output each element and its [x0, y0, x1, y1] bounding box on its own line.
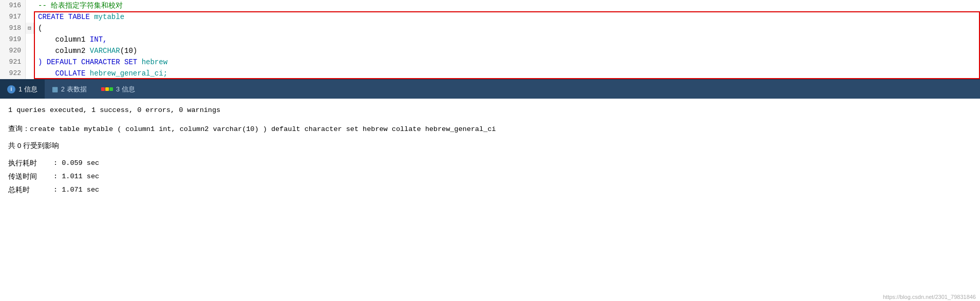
- code-line-917: 917 CREATE TABLE mytable: [0, 11, 980, 23]
- timing-transfer-label: 传送时间: [8, 170, 49, 183]
- timing-total: 总耗时 : 1.071 sec: [8, 183, 972, 197]
- tab-2-label: 2 表数据: [61, 85, 87, 94]
- result-summary: 1 queries executed, 1 success, 0 errors,…: [8, 104, 972, 117]
- code-line-922: 922 COLLATE hebrew_general_ci;: [0, 68, 980, 79]
- info-icon: i: [7, 85, 15, 93]
- code-editor: 916 -- 给表指定字符集和校对 917 CREATE TABLE mytab…: [0, 0, 980, 79]
- code-line-921: 921 ) DEFAULT CHARACTER SET hebrew: [0, 57, 980, 68]
- tab-3-label: 3 信息: [116, 85, 135, 94]
- code-content-916: -- 给表指定字符集和校对: [34, 0, 980, 11]
- warning-icon: [101, 87, 113, 91]
- line-number-918: 918: [0, 23, 26, 34]
- timing-transfer-value: : 1.011 sec: [53, 170, 99, 183]
- highlighted-block: 917 CREATE TABLE mytable 918 ⊟ ( 919 col…: [0, 11, 980, 79]
- line-number-920: 920: [0, 45, 26, 57]
- timing-section: 执行耗时 : 0.059 sec 传送时间 : 1.011 sec 总耗时 : …: [8, 157, 972, 197]
- timing-total-value: : 1.071 sec: [53, 183, 99, 197]
- timing-exec-label: 执行耗时: [8, 157, 49, 170]
- timing-transfer: 传送时间 : 1.011 sec: [8, 170, 972, 183]
- watermark: https://blog.csdn.net/2301_79831846: [883, 294, 976, 300]
- line-number-919: 919: [0, 34, 26, 45]
- code-content-921: ) DEFAULT CHARACTER SET hebrew: [34, 57, 980, 68]
- code-content-917: CREATE TABLE mytable: [34, 11, 980, 23]
- query-text: 查询：create table mytable ( column1 int, c…: [8, 122, 496, 136]
- code-line-920: 920 column2 VARCHAR(10): [0, 45, 980, 57]
- code-content-918: (: [34, 23, 980, 34]
- line-number-921: 921: [0, 57, 26, 68]
- code-line-916: 916 -- 给表指定字符集和校对: [0, 0, 980, 11]
- tab-bar: i 1 信息 ▦ 2 表数据 3 信息: [0, 79, 980, 99]
- line-number-916: 916: [0, 0, 26, 11]
- tab-1-info[interactable]: i 1 信息: [0, 80, 45, 99]
- line-number-917: 917: [0, 11, 26, 23]
- code-content-920: column2 VARCHAR(10): [34, 45, 980, 57]
- timing-total-label: 总耗时: [8, 183, 49, 197]
- code-line-918: 918 ⊟ (: [0, 23, 980, 34]
- line-number-922: 922: [0, 68, 26, 79]
- table-icon: ▦: [52, 85, 58, 93]
- code-line-919: 919 column1 INT,: [0, 34, 980, 45]
- result-query-row: 查询：create table mytable ( column1 int, c…: [8, 122, 972, 136]
- timing-exec: 执行耗时 : 0.059 sec: [8, 157, 972, 170]
- results-panel: 1 queries executed, 1 success, 0 errors,…: [0, 99, 980, 202]
- tab-3-info[interactable]: 3 信息: [94, 80, 142, 99]
- fold-gutter-918: ⊟: [26, 23, 34, 34]
- timing-exec-value: : 0.059 sec: [53, 157, 99, 170]
- code-content-922: COLLATE hebrew_general_ci;: [34, 68, 980, 79]
- code-content-919: column1 INT,: [34, 34, 980, 45]
- affected-rows: 共 0 行受到影响: [8, 139, 972, 153]
- tab-2-table[interactable]: ▦ 2 表数据: [45, 80, 94, 99]
- tab-1-label: 1 信息: [18, 85, 37, 94]
